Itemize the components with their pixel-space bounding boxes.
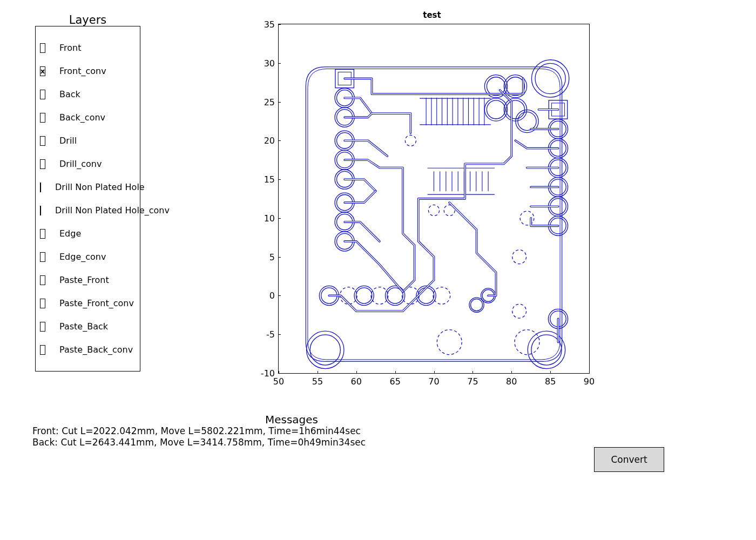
layer-checkbox[interactable] bbox=[40, 113, 45, 123]
layer-row-3[interactable]: Back_conv bbox=[36, 106, 140, 129]
layers-list: FrontxFront_convBackBack_convDrillDrill_… bbox=[35, 26, 140, 372]
layer-checkbox[interactable] bbox=[40, 43, 45, 53]
layer-checkbox[interactable] bbox=[40, 136, 45, 146]
layer-row-0[interactable]: Front bbox=[36, 36, 140, 59]
x-tick-label: 75 bbox=[467, 376, 478, 387]
convert-button[interactable]: Convert bbox=[594, 447, 664, 472]
layer-checkbox[interactable] bbox=[40, 275, 45, 285]
layer-label: Front_conv bbox=[59, 66, 106, 76]
layer-label: Edge_conv bbox=[59, 252, 106, 262]
plot-title: test bbox=[270, 10, 594, 20]
layer-label: Drill_conv bbox=[59, 159, 102, 169]
layer-row-6[interactable]: Drill Non Plated Hole bbox=[36, 176, 140, 199]
layer-checkbox[interactable] bbox=[40, 206, 41, 215]
svg-point-57 bbox=[487, 100, 505, 119]
svg-point-13 bbox=[512, 304, 526, 318]
plot-axes[interactable]: -10-505101520253035505560657075808590 bbox=[278, 24, 590, 374]
svg-point-1 bbox=[310, 335, 340, 365]
layer-checkbox[interactable] bbox=[40, 299, 45, 308]
layer-row-1[interactable]: xFront_conv bbox=[36, 59, 140, 83]
svg-point-70 bbox=[469, 298, 484, 312]
layer-checkbox[interactable] bbox=[40, 252, 45, 262]
layer-label: Drill Non Plated Hole_conv bbox=[55, 205, 170, 215]
y-tick-label: 5 bbox=[269, 252, 275, 262]
layer-row-5[interactable]: Drill_conv bbox=[36, 152, 140, 176]
x-tick-label: 85 bbox=[545, 376, 556, 387]
svg-point-11 bbox=[515, 330, 539, 355]
layer-checkbox[interactable]: x bbox=[40, 66, 45, 76]
layer-label: Paste_Front bbox=[59, 275, 109, 285]
svg-point-0 bbox=[307, 331, 344, 368]
x-tick-label: 90 bbox=[584, 376, 595, 387]
layer-label: Front bbox=[59, 43, 81, 53]
layer-label: Edge bbox=[59, 228, 81, 239]
svg-point-2 bbox=[528, 331, 565, 368]
layer-label: Back bbox=[59, 89, 80, 99]
layer-label: Paste_Back_conv bbox=[59, 345, 133, 355]
svg-point-65 bbox=[356, 288, 372, 303]
x-tick-label: 70 bbox=[428, 376, 439, 387]
svg-point-55 bbox=[506, 77, 524, 96]
svg-point-10 bbox=[437, 330, 462, 355]
layer-label: Drill bbox=[59, 136, 77, 146]
layer-checkbox[interactable] bbox=[40, 183, 41, 192]
pcb-trace-plot bbox=[279, 24, 589, 373]
layer-checkbox[interactable] bbox=[40, 229, 45, 239]
layer-row-7[interactable]: Drill Non Plated Hole_conv bbox=[36, 199, 140, 222]
layers-title: Layers bbox=[35, 14, 140, 26]
messages-body: Front: Cut L=2022.042mm, Move L=5802.221… bbox=[32, 426, 366, 449]
messages-title: Messages bbox=[32, 413, 551, 426]
x-tick-label: 60 bbox=[351, 376, 362, 387]
layer-row-4[interactable]: Drill bbox=[36, 129, 140, 152]
layer-label: Drill Non Plated Hole bbox=[55, 182, 145, 192]
layer-checkbox[interactable] bbox=[40, 345, 45, 355]
svg-point-69 bbox=[418, 288, 434, 303]
layer-checkbox[interactable] bbox=[40, 322, 45, 332]
layer-label: Back_conv bbox=[59, 112, 105, 123]
layer-label: Paste_Back bbox=[59, 321, 108, 332]
layer-checkbox[interactable] bbox=[40, 159, 45, 169]
y-tick-label: 25 bbox=[264, 97, 275, 107]
x-tick-label: 80 bbox=[506, 376, 517, 387]
y-tick-label: 15 bbox=[264, 174, 275, 185]
x-tick-label: 55 bbox=[312, 376, 323, 387]
y-tick-label: 0 bbox=[269, 291, 275, 301]
x-tick-label: 50 bbox=[273, 376, 284, 387]
layer-row-9[interactable]: Edge_conv bbox=[36, 245, 140, 268]
svg-point-14 bbox=[405, 135, 416, 146]
layer-label: Paste_Front_conv bbox=[59, 298, 134, 308]
layer-checkbox[interactable] bbox=[40, 90, 45, 99]
svg-point-61 bbox=[518, 112, 536, 130]
y-tick-label: 10 bbox=[264, 213, 275, 223]
layer-row-12[interactable]: Paste_Back bbox=[36, 315, 140, 338]
layer-row-10[interactable]: Paste_Front bbox=[36, 268, 140, 292]
svg-point-71 bbox=[471, 299, 483, 311]
layer-row-2[interactable]: Back bbox=[36, 83, 140, 106]
svg-point-4 bbox=[531, 60, 569, 97]
y-tick-label: -5 bbox=[266, 329, 275, 340]
layer-row-11[interactable]: Paste_Front_conv bbox=[36, 292, 140, 315]
svg-point-59 bbox=[506, 100, 524, 119]
x-tick-label: 65 bbox=[389, 376, 400, 387]
layer-row-13[interactable]: Paste_Back_conv bbox=[36, 338, 140, 361]
svg-point-15 bbox=[428, 205, 439, 215]
y-tick-label: 30 bbox=[264, 58, 275, 68]
svg-point-12 bbox=[512, 250, 526, 264]
y-tick-label: 35 bbox=[264, 19, 275, 30]
layer-row-8[interactable]: Edge bbox=[36, 222, 140, 245]
y-tick-label: 20 bbox=[264, 136, 275, 146]
